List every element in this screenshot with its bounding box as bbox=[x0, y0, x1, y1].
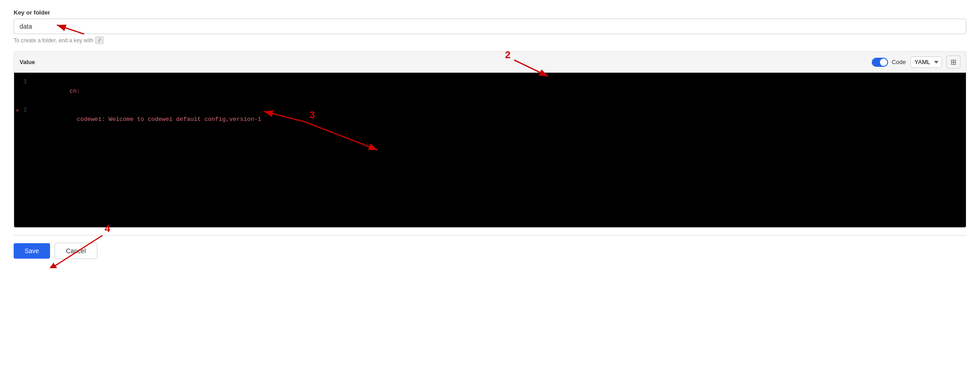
yaml-line-2-content: codewei: Welcome to codewei default conf… bbox=[70, 116, 261, 123]
yaml-key-cn: cn: bbox=[70, 88, 80, 95]
line-number-2: ✕ 2 bbox=[14, 105, 32, 115]
hint-badge: / bbox=[95, 36, 104, 44]
expand-button[interactable]: ⊞ bbox=[946, 55, 960, 69]
code-toggle: Code bbox=[872, 58, 906, 67]
value-section: Value Code YAML JSON Text bbox=[14, 51, 966, 228]
code-toggle-label: Code bbox=[892, 59, 906, 65]
code-line-1: 1 cn: bbox=[14, 77, 966, 105]
toggle-slider bbox=[872, 58, 888, 67]
key-field-label: Key or folder bbox=[14, 9, 966, 16]
hint-prefix: To create a folder, end a key with bbox=[14, 37, 93, 44]
code-editor[interactable]: 1 cn: ✕ 2 codewei: Welcome to codewei de… bbox=[14, 73, 966, 227]
value-header: Value Code YAML JSON Text bbox=[14, 52, 966, 73]
cancel-button[interactable]: Cancel bbox=[55, 243, 97, 259]
save-button[interactable]: Save bbox=[14, 243, 50, 259]
code-toggle-switch[interactable] bbox=[872, 58, 888, 67]
line-error-icon: ✕ bbox=[16, 107, 19, 115]
format-select[interactable]: YAML JSON Text bbox=[910, 56, 942, 68]
line-number-1: 1 bbox=[14, 77, 32, 86]
value-controls: Code YAML JSON Text ⊞ bbox=[872, 55, 960, 69]
value-label: Value bbox=[20, 59, 35, 65]
divider bbox=[14, 235, 966, 235]
key-input[interactable] bbox=[14, 19, 966, 34]
code-line-2: ✕ 2 codewei: Welcome to codewei default … bbox=[14, 105, 966, 134]
format-select-wrapper: YAML JSON Text bbox=[910, 56, 942, 68]
action-buttons: Save Cancel bbox=[14, 243, 966, 259]
expand-icon: ⊞ bbox=[950, 58, 956, 66]
line-content-2: codewei: Welcome to codewei default conf… bbox=[32, 105, 966, 134]
line-content-1: cn: bbox=[32, 77, 966, 105]
